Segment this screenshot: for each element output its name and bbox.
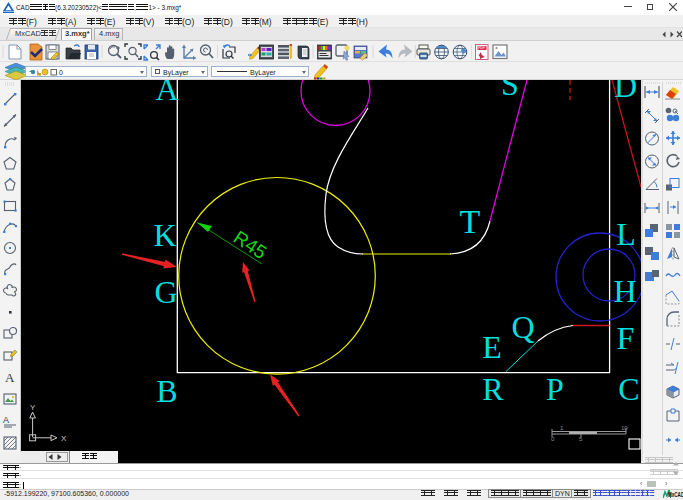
svg-text:10: 10 xyxy=(621,425,628,431)
svg-text:X: X xyxy=(61,434,67,443)
svg-text:K: K xyxy=(153,217,176,253)
svg-text:A: A xyxy=(5,370,15,385)
svg-text:D: D xyxy=(614,80,637,104)
svg-text:Y: Y xyxy=(30,403,36,412)
svg-text:B: B xyxy=(156,373,177,409)
svg-text:Q: Q xyxy=(511,309,534,345)
svg-text:T: T xyxy=(460,203,481,240)
svg-text:L: L xyxy=(616,216,636,252)
svg-text:0: 0 xyxy=(551,436,555,442)
svg-text:5: 5 xyxy=(579,436,583,442)
svg-text:P: P xyxy=(546,371,564,407)
svg-text:C: C xyxy=(618,371,639,407)
svg-text:E: E xyxy=(482,329,502,365)
svg-text:H: H xyxy=(613,273,636,309)
svg-text:G: G xyxy=(154,274,177,310)
svg-text:R: R xyxy=(482,371,504,407)
svg-text:1: 1 xyxy=(560,425,564,431)
svg-text:A: A xyxy=(3,415,9,425)
svg-text:PDF: PDF xyxy=(478,46,485,50)
svg-text:S: S xyxy=(501,80,519,102)
svg-text:A: A xyxy=(155,80,178,107)
svg-text:R45: R45 xyxy=(230,227,271,264)
svg-text:F: F xyxy=(617,320,635,356)
